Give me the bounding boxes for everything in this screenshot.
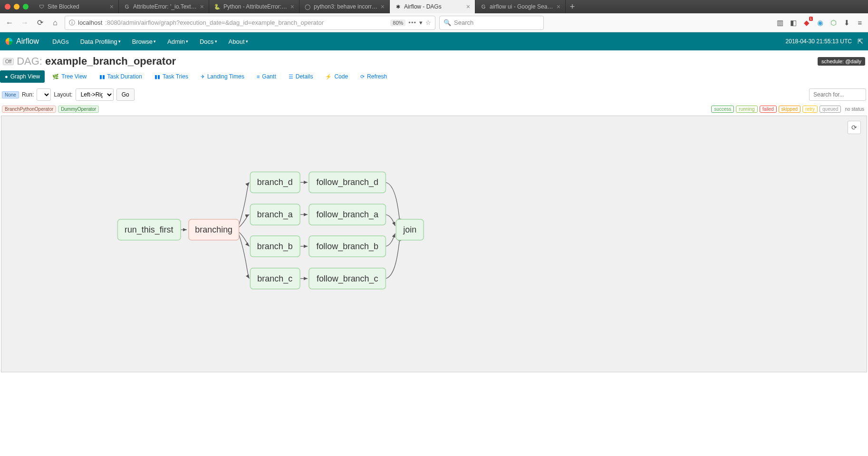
- tab-title: Airflow - DAGs: [404, 3, 463, 10]
- menu-icon[interactable]: ≡: [856, 19, 864, 27]
- dag-toggle[interactable]: Off: [3, 58, 14, 65]
- node-branch-b[interactable]: branch_b: [250, 236, 300, 257]
- node-branch-d[interactable]: branch_d: [250, 172, 300, 193]
- legend-dummy-operator[interactable]: DummyOperator: [58, 106, 99, 113]
- go-button[interactable]: Go: [116, 88, 135, 101]
- adblock-icon[interactable]: ◆1: [802, 19, 811, 27]
- download-icon[interactable]: ⬇: [842, 19, 851, 27]
- menu-admin[interactable]: Admin▾: [163, 34, 193, 49]
- tab-title: Site Blocked: [48, 3, 107, 10]
- graph-refresh-button[interactable]: ⟳: [848, 121, 861, 134]
- browser-tabs: 🛡 Site Blocked × G AttributeError: '_io.…: [33, 0, 868, 13]
- more-icon[interactable]: •••: [408, 19, 416, 26]
- menu-dags[interactable]: DAGs: [48, 34, 74, 49]
- pocket-icon[interactable]: ▾: [419, 19, 423, 26]
- airflow-navbar: Airflow DAGs Data Profiling▾ Browse▾ Adm…: [0, 32, 868, 50]
- legend-success[interactable]: success: [711, 106, 734, 113]
- node-branch-a[interactable]: branch_a: [250, 204, 300, 225]
- back-button[interactable]: ←: [4, 17, 15, 29]
- close-tab-icon[interactable]: ×: [290, 3, 294, 10]
- extension-icon[interactable]: ◉: [816, 19, 824, 27]
- close-tab-icon[interactable]: ×: [466, 3, 470, 10]
- external-link-icon[interactable]: ⇱: [858, 38, 863, 45]
- bookmark-icon[interactable]: ☆: [425, 19, 431, 26]
- node-branching[interactable]: branching: [189, 219, 239, 240]
- legend-running[interactable]: running: [736, 106, 757, 113]
- tab-github[interactable]: ◯ python3: behave incorrectly m… ×: [299, 0, 390, 13]
- python-icon: 🐍: [214, 3, 221, 10]
- close-tab-icon[interactable]: ×: [557, 3, 560, 10]
- menu-data-profiling[interactable]: Data Profiling▾: [76, 34, 125, 49]
- legend-failed[interactable]: failed: [760, 106, 777, 113]
- zoom-level[interactable]: 80%: [390, 19, 405, 26]
- shield-icon[interactable]: ⬡: [829, 19, 838, 27]
- node-branch-c[interactable]: branch_c: [250, 268, 300, 289]
- reload-button[interactable]: ⟳: [34, 17, 46, 29]
- menu-docs[interactable]: Docs▾: [195, 34, 222, 49]
- home-button[interactable]: ⌂: [49, 17, 61, 29]
- new-tab-button[interactable]: +: [566, 0, 579, 13]
- brand-text: Airflow: [16, 37, 39, 46]
- tab-task-duration[interactable]: ▮▮Task Duration: [95, 70, 147, 83]
- legend-queued[interactable]: queued: [820, 106, 841, 113]
- run-select[interactable]: [37, 88, 51, 101]
- node-follow-branch-c[interactable]: follow_branch_c: [309, 268, 386, 289]
- info-icon[interactable]: ⓘ: [69, 19, 75, 27]
- tab-title: python3: behave incorrectly m…: [314, 3, 378, 10]
- sidebar-icon[interactable]: ◧: [789, 19, 798, 27]
- close-tab-icon[interactable]: ×: [200, 3, 204, 10]
- forward-button[interactable]: →: [19, 17, 30, 29]
- layout-label: Layout:: [54, 91, 72, 98]
- google-icon: G: [480, 3, 487, 10]
- tab-graph-view[interactable]: ●Graph View: [0, 70, 45, 83]
- search-for-input[interactable]: [809, 88, 866, 101]
- tab-landing-times[interactable]: ✈Landing Times: [196, 70, 249, 83]
- node-follow-branch-d[interactable]: follow_branch_d: [309, 172, 386, 193]
- maximize-window-button[interactable]: [23, 4, 29, 10]
- legend-retry[interactable]: retry: [802, 106, 818, 113]
- library-icon[interactable]: ▥: [776, 19, 784, 27]
- node-run-this-first[interactable]: run_this_first: [117, 219, 181, 240]
- url-bar[interactable]: ⓘ localhost:8080/admin/airflow/graph?exe…: [65, 16, 435, 30]
- node-follow-branch-a[interactable]: follow_branch_a: [309, 204, 386, 225]
- tab-title: airflow ui - Google Search: [490, 3, 554, 10]
- close-tab-icon[interactable]: ×: [110, 3, 114, 10]
- legend-branch-python-operator[interactable]: BranchPythonOperator: [2, 106, 56, 113]
- node-join[interactable]: join: [396, 219, 424, 240]
- node-follow-branch-b[interactable]: follow_branch_b: [309, 236, 386, 257]
- tab-gantt[interactable]: ≡Gantt: [252, 70, 281, 83]
- tab-site-blocked[interactable]: 🛡 Site Blocked ×: [33, 0, 119, 13]
- menu-browse[interactable]: Browse▾: [127, 34, 161, 49]
- menu-about[interactable]: About▾: [224, 34, 253, 49]
- tab-task-tries[interactable]: ▮▮Task Tries: [150, 70, 193, 83]
- base-date-none[interactable]: None: [2, 91, 19, 98]
- close-tab-icon[interactable]: ×: [381, 3, 385, 10]
- tab-refresh[interactable]: ⟳Refresh: [356, 70, 392, 83]
- search-bar[interactable]: 🔍 Search: [439, 16, 544, 30]
- svg-text:branch_a: branch_a: [257, 210, 293, 220]
- minimize-window-button[interactable]: [14, 4, 19, 10]
- legend-skipped[interactable]: skipped: [779, 106, 800, 113]
- tab-tree-view[interactable]: 🌿Tree View: [48, 70, 91, 83]
- tab-code[interactable]: ⚡Code: [320, 70, 353, 83]
- close-window-button[interactable]: [5, 4, 10, 10]
- tab-details[interactable]: ☰Details: [284, 70, 318, 83]
- legend-no-status: no status: [843, 106, 866, 112]
- chevron-down-icon: ▾: [186, 39, 188, 44]
- edge: [239, 182, 250, 225]
- schedule-badge[interactable]: schedule: @daily: [818, 57, 865, 66]
- airflow-brand[interactable]: Airflow: [5, 37, 39, 46]
- tab-google-search[interactable]: G airflow ui - Google Search ×: [475, 0, 566, 13]
- gantt-icon: ≡: [257, 74, 260, 79]
- graph-canvas[interactable]: ⟳ run_this_first branching branch_d bran…: [1, 116, 867, 372]
- tab-airflow[interactable]: ✱ Airflow - DAGs ×: [390, 0, 475, 13]
- svg-text:branching: branching: [195, 225, 232, 234]
- controls-row: None Run: Layout: Left->Right Go: [0, 87, 868, 106]
- edge: [386, 182, 400, 223]
- chevron-down-icon: ▾: [246, 39, 248, 44]
- layout-select[interactable]: Left->Right: [76, 88, 114, 101]
- edge: [386, 214, 395, 226]
- tab-attributeerror[interactable]: G AttributeError: '_io.TextIOWrap… ×: [119, 0, 209, 13]
- url-host: localhost: [78, 19, 102, 26]
- tab-python-attributeerror[interactable]: 🐍 Python - AttributeError: '_io.Te… ×: [209, 0, 299, 13]
